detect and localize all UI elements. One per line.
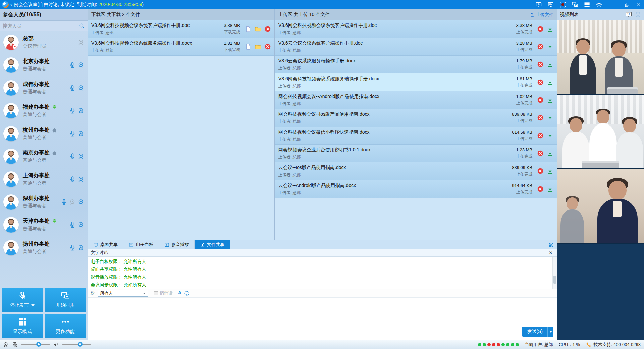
download-file-row[interactable]: V3.6网会科技视频会议系统服务端操作手册.docx 上传者: 总部 1.81 … xyxy=(88,38,274,56)
video-wall-icon[interactable] xyxy=(584,1,590,8)
folder-icon[interactable] xyxy=(255,26,261,32)
message-input[interactable]: 发送(S) xyxy=(88,298,557,340)
whisper-checkbox[interactable] xyxy=(154,291,158,295)
sidebar-function-button[interactable]: 开始同步 xyxy=(45,288,86,312)
webcam-icon[interactable] xyxy=(77,153,84,160)
mic-icon[interactable] xyxy=(61,199,67,205)
whiteboard-icon[interactable] xyxy=(547,1,554,8)
video-tile[interactable] xyxy=(557,95,644,169)
webcam-icon[interactable] xyxy=(77,62,84,68)
participant-row[interactable]: 杭州办事处 普通与会者 xyxy=(0,122,88,145)
record-icon[interactable] xyxy=(559,1,566,8)
delete-icon[interactable] xyxy=(537,168,544,174)
delete-icon[interactable] xyxy=(264,43,271,50)
upload-file-row[interactable]: V3.6云会议系统服务端操作手册.docx 上传者: 总部 1.79 MB 上传… xyxy=(275,56,557,73)
search-icon[interactable] xyxy=(79,23,85,29)
video-tile[interactable] xyxy=(557,169,644,244)
mic-icon[interactable] xyxy=(69,130,76,137)
sidebar-function-button[interactable]: 停止发言 xyxy=(2,288,43,312)
delete-icon[interactable] xyxy=(264,26,271,32)
mic-icon[interactable] xyxy=(69,107,76,114)
upload-file-row[interactable]: 云会议--Ios版产品使用指南.docx 上传者: 总部 839.09 KB 上… xyxy=(275,162,557,180)
close-icon[interactable]: ✕ xyxy=(547,250,554,255)
doc-file-icon[interactable] xyxy=(245,43,252,50)
mic-icon[interactable] xyxy=(69,221,76,228)
share-tab[interactable]: 桌面共享 xyxy=(88,240,123,249)
upload-file-row[interactable]: 网会科技视频会议--Android版产品使用指南.docx 上传者: 总部 1.… xyxy=(275,91,557,109)
emoji-icon[interactable] xyxy=(184,291,190,296)
mic-icon[interactable] xyxy=(69,176,76,183)
delete-icon[interactable] xyxy=(537,26,544,32)
send-button[interactable]: 发送(S) xyxy=(522,327,553,337)
slider-thumb[interactable] xyxy=(36,342,41,347)
webcam-off-icon[interactable] xyxy=(77,39,84,46)
maximize-icon[interactable] xyxy=(621,0,633,9)
webcam-off-icon[interactable] xyxy=(69,199,76,205)
upload-file-row[interactable]: 云会议--Android版产品使用指南.docx 上传者: 总部 914.64 … xyxy=(275,180,557,198)
webcam-icon[interactable] xyxy=(77,176,84,183)
delete-icon[interactable] xyxy=(537,97,544,103)
fullscreen-expand-icon[interactable] xyxy=(635,12,641,18)
participant-row[interactable]: 扬州办事处 普通与会者 xyxy=(0,236,88,259)
upload-file-row[interactable]: 网会科技视频会议--Ios版产品使用指南.docx 上传者: 总部 839.08… xyxy=(275,109,557,127)
sidebar-function-button[interactable]: 显示模式 xyxy=(2,314,43,338)
upload-file-row[interactable]: V3.6云会议会议系统客户端操作手册.doc 上传者: 总部 3.28 MB 上… xyxy=(275,38,557,56)
screen-share-icon[interactable] xyxy=(535,1,542,8)
mic-volume-slider[interactable] xyxy=(21,344,50,345)
participant-row[interactable]: 深圳办事处 普通与会者 xyxy=(0,191,88,213)
upload-file-button[interactable]: 上传文件 xyxy=(530,12,553,18)
webcam-status-icon[interactable] xyxy=(3,342,9,348)
participant-row[interactable]: 成都办事处 普通与会者 xyxy=(0,77,88,99)
participant-row[interactable]: 北京办事处 普通与会者 xyxy=(0,54,88,77)
download-file-row[interactable]: V3.6网会科技视频会议系统客户端操作手册.doc 上传者: 总部 3.38 M… xyxy=(88,20,274,38)
dropdown-caret-icon[interactable] xyxy=(31,304,35,306)
speaker-volume-slider[interactable] xyxy=(62,344,91,345)
download-icon[interactable] xyxy=(547,186,553,192)
participant-row[interactable]: 上海办事处 普通与会者 xyxy=(0,168,88,191)
search-input[interactable] xyxy=(3,23,79,29)
screen-sync-icon[interactable] xyxy=(572,1,578,8)
upload-file-row[interactable]: V3.6网会科技视频会议系统客户端操作手册.doc 上传者: 总部 3.38 M… xyxy=(275,20,557,38)
mic-icon[interactable] xyxy=(69,153,76,160)
slider-thumb[interactable] xyxy=(78,342,83,347)
download-icon[interactable] xyxy=(547,150,553,157)
share-tab[interactable]: 文件共享 xyxy=(195,240,230,249)
participant-row[interactable]: 南京办事处 普通与会者 xyxy=(0,145,88,168)
close-icon[interactable] xyxy=(633,0,644,9)
recipient-select[interactable]: 所有人 xyxy=(98,290,148,297)
mic-icon[interactable] xyxy=(69,62,76,68)
webcam-icon[interactable] xyxy=(77,107,84,114)
webcam-icon[interactable] xyxy=(77,244,84,251)
upload-file-row[interactable]: V3.6网会科技视频会议系统服务端操作手册.docx 上传者: 总部 1.81 … xyxy=(275,73,557,91)
mic-muted-icon[interactable] xyxy=(12,342,18,348)
webcam-icon[interactable] xyxy=(77,85,84,91)
participant-row[interactable]: 福建办事处 普通与会者 xyxy=(0,99,88,122)
delete-icon[interactable] xyxy=(537,186,544,192)
delete-icon[interactable] xyxy=(537,79,544,86)
delete-icon[interactable] xyxy=(537,43,544,50)
download-icon[interactable] xyxy=(547,61,553,68)
download-icon[interactable] xyxy=(547,132,553,139)
download-icon[interactable] xyxy=(547,79,553,86)
delete-icon[interactable] xyxy=(537,61,544,68)
download-icon[interactable] xyxy=(547,26,553,32)
participant-row[interactable]: 天津办事处 普通与会者 xyxy=(0,213,88,236)
webcam-icon[interactable] xyxy=(77,199,84,205)
scrollbar-thumb[interactable] xyxy=(553,276,556,284)
webcam-icon[interactable] xyxy=(77,130,84,137)
delete-icon[interactable] xyxy=(537,132,544,139)
settings-icon[interactable] xyxy=(596,1,602,8)
folder-icon[interactable] xyxy=(255,43,261,50)
speaker-icon[interactable] xyxy=(53,342,59,348)
sidebar-function-button[interactable]: 更多功能 xyxy=(45,314,86,338)
send-options-caret[interactable] xyxy=(547,327,553,337)
menu-chevron-icon[interactable]: ∨ xyxy=(10,3,12,7)
delete-icon[interactable] xyxy=(537,150,544,157)
mic-icon[interactable] xyxy=(69,85,76,91)
video-layout-icon[interactable]: 12 xyxy=(625,12,632,18)
participant-row[interactable]: 总部 会议管理员 xyxy=(0,31,88,54)
delete-icon[interactable] xyxy=(537,114,544,121)
webcam-icon[interactable] xyxy=(77,221,84,228)
download-icon[interactable] xyxy=(547,168,553,174)
upload-file-row[interactable]: 网会视频会议企业后台使用说明书1.0.1.docx 上传者: 总部 1.23 M… xyxy=(275,145,557,162)
